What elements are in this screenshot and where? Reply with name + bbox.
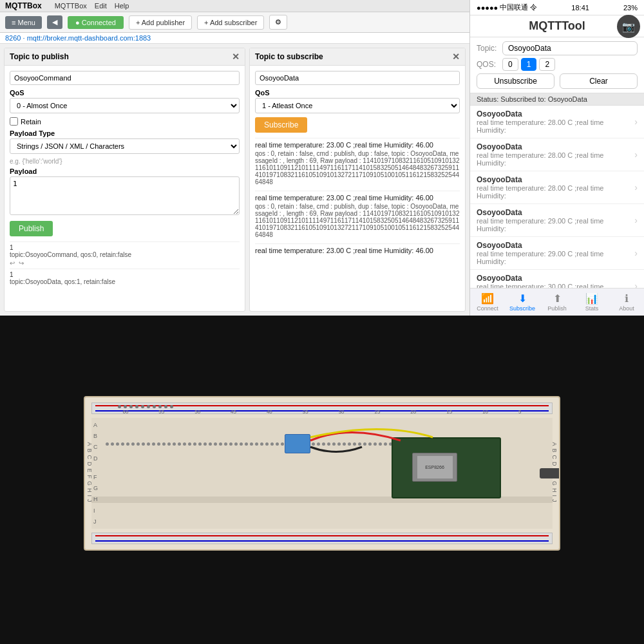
add-publisher-button[interactable]: + Add publisher	[129, 15, 192, 30]
sub-qos-label: QoS	[255, 89, 460, 97]
row-labels-left: A B C D F G H I J	[91, 418, 104, 529]
menu-help[interactable]: Help	[115, 2, 129, 10]
hole	[204, 442, 207, 446]
ios-message-item[interactable]: OsoyooData real time temperature: 29.00 …	[470, 204, 644, 237]
ios-tab-subscribe[interactable]: ⬇ Subscribe	[505, 291, 540, 313]
connected-button[interactable]: ● Connected	[68, 16, 124, 29]
pin	[393, 467, 398, 469]
settings-button[interactable]: ⚙	[269, 15, 287, 30]
ios-msg-content: OsoyooData real time temperature: 29.00 …	[477, 241, 634, 265]
ios-tab-about[interactable]: ℹ About	[609, 291, 644, 313]
menu-button[interactable]: ≡ Menu	[5, 16, 42, 29]
ios-message-item[interactable]: OsoyooData real time temperature: 29.00 …	[470, 237, 644, 270]
ios-message-item[interactable]: OsoyooData real time temperature: 28.00 …	[470, 171, 644, 204]
ios-msg-content: OsoyooData real time temperature: 28.00 …	[477, 142, 634, 167]
forward-icon[interactable]: ↪	[19, 260, 24, 267]
stats-icon: 📊	[574, 292, 609, 305]
row-i: I	[91, 507, 104, 514]
ios-tab-publish[interactable]: ⬆ Publish	[540, 291, 574, 313]
clear-button[interactable]: Clear	[560, 73, 638, 89]
bottom-power-rail	[91, 533, 553, 544]
qos-label: QoS	[10, 89, 240, 97]
qos-btn-1[interactable]: 1	[521, 58, 537, 71]
payload-type-select[interactable]: Strings / JSON / XML / Characters	[10, 138, 240, 154]
toolbar: ≡ Menu ◀ ● Connected + Add publisher + A…	[0, 12, 469, 33]
rail-hole	[158, 405, 162, 408]
ios-time: 18:41	[571, 4, 589, 12]
hole	[374, 442, 377, 446]
ios-message-item[interactable]: OsoyooData real time temperature: 30.00 …	[470, 270, 644, 288]
sub-msg2-main: real time temperature: 23.00 C ;real tim…	[255, 194, 460, 202]
hole	[183, 442, 186, 446]
menu-mqttbox[interactable]: MQTTBox	[55, 2, 87, 10]
ios-tab-stats[interactable]: 📊 Stats	[574, 291, 609, 313]
hole	[126, 442, 129, 446]
ios-message-item[interactable]: OsoyooData real time temperature: 28.00 …	[470, 106, 644, 138]
sub-msg2-detail: qos : 0, retain : false, cmd : publish, …	[255, 203, 460, 238]
usb-cable	[540, 468, 560, 478]
hole	[255, 442, 258, 446]
ios-tab-connect[interactable]: 📶 Connect	[470, 291, 505, 313]
reply-icon[interactable]: ↩	[10, 260, 15, 267]
topic-to-publish-input[interactable]	[10, 71, 240, 85]
ios-msg-sub: real time temperature: 28.00 C ;real tim…	[477, 118, 634, 134]
chip-label: ESP8266	[425, 465, 444, 469]
hole	[379, 442, 382, 446]
pin	[393, 450, 398, 452]
hole	[260, 442, 263, 446]
rail-hole	[135, 405, 138, 408]
payload-textarea[interactable]: 1	[10, 176, 240, 215]
subscriber-close-button[interactable]: ✕	[452, 52, 460, 62]
pub-msg1-icons: ↩ ↪	[10, 260, 240, 267]
ios-message-item[interactable]: OsoyooData real time temperature: 28.00 …	[470, 138, 644, 171]
publish-button[interactable]: Publish	[10, 221, 53, 236]
publisher-body: QoS 0 - Almost Once Retain Payload Type …	[5, 66, 245, 292]
chevron-right-icon: ›	[634, 281, 638, 288]
subscriber-panel-header: Topic to subscribe ✕	[250, 48, 465, 66]
ios-camera-button[interactable]: 📷	[617, 15, 640, 38]
titlebar: MQTTBox MQTTBox Edit Help	[0, 0, 469, 12]
ios-battery: 23%	[623, 4, 638, 12]
back-button[interactable]: ◀	[47, 15, 62, 29]
subscribe-button[interactable]: Subscribe	[255, 117, 307, 133]
hole	[363, 442, 366, 446]
hole	[322, 442, 325, 446]
publish-icon: ⬆	[540, 292, 574, 305]
pub-msg1-topic: topic:OsoyooCommand, qos:0, retain:false	[10, 251, 240, 258]
ios-topic-input[interactable]	[502, 41, 638, 55]
unsubscribe-button[interactable]: Unsubscribe	[477, 73, 554, 89]
ios-msg-title: OsoyooData	[477, 241, 634, 250]
pin	[393, 484, 398, 487]
menu-edit[interactable]: Edit	[95, 2, 107, 10]
connect-tab-label: Connect	[477, 305, 498, 312]
hole	[368, 442, 372, 446]
hole	[270, 442, 274, 446]
add-subscriber-button[interactable]: + Add subscriber	[197, 15, 264, 30]
hole	[358, 442, 361, 446]
hole	[173, 442, 176, 446]
publish-tab-label: Publish	[547, 305, 567, 312]
ios-msg-title: OsoyooData	[477, 175, 634, 184]
topic-to-subscribe-input[interactable]	[255, 71, 460, 85]
row-h: H	[91, 496, 104, 502]
hole	[214, 442, 217, 446]
qos-btn-2[interactable]: 2	[539, 58, 555, 71]
qos-select[interactable]: 0 - Almost Once	[10, 98, 240, 113]
hole	[131, 442, 135, 446]
publisher-close-button[interactable]: ✕	[232, 52, 240, 62]
retain-checkbox[interactable]	[10, 117, 18, 126]
hole	[188, 442, 191, 446]
hole	[327, 442, 330, 446]
ios-msg-content: OsoyooData real time temperature: 28.00 …	[477, 175, 634, 200]
chevron-right-icon: ›	[634, 248, 638, 258]
row-j: J	[91, 518, 104, 525]
hole	[157, 442, 160, 446]
ios-app-header: MQTTTool 📷	[470, 15, 644, 37]
qos-btn-0[interactable]: 0	[502, 58, 518, 71]
row-a: A	[91, 422, 104, 428]
payload-label: Payload	[10, 167, 240, 175]
sub-qos-select[interactable]: 1 - Atleast Once	[255, 98, 460, 113]
pin	[495, 453, 500, 456]
ios-msg-title: OsoyooData	[477, 274, 634, 283]
ios-msg-sub: real time temperature: 29.00 C ;real tim…	[477, 250, 634, 265]
